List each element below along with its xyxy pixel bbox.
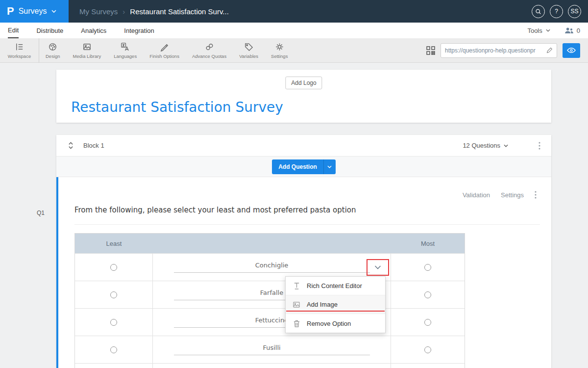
topbar-actions: ? SS xyxy=(532,5,588,18)
option-context-menu: Rich Content Editor Add Image Remove Opt… xyxy=(285,276,386,333)
most-radio[interactable] xyxy=(424,319,431,326)
menu-item-add-image[interactable]: Add Image xyxy=(286,295,385,314)
block-name[interactable]: Block 1 xyxy=(83,142,104,149)
block-header: Block 1 12 Questions xyxy=(56,135,551,157)
table-row: Conchiglie xyxy=(75,253,465,281)
design-icon xyxy=(48,42,57,52)
validation-link[interactable]: Validation xyxy=(463,191,490,199)
toolbar-item-finish-options[interactable]: Finish Options xyxy=(143,38,186,63)
toolbar-right: https://questionpro-help.questionpr xyxy=(426,43,588,58)
question-menu-icon[interactable] xyxy=(535,191,537,199)
breadcrumb: My Surveys › Restaurant Satisfaction Sur… xyxy=(79,7,229,16)
languages-icon xyxy=(121,42,130,52)
image-icon xyxy=(293,302,300,308)
block-header-right: 12 Questions xyxy=(463,141,542,151)
most-radio[interactable] xyxy=(424,291,431,298)
collaborator-count: 0 xyxy=(577,27,580,34)
least-radio[interactable] xyxy=(110,346,117,353)
toolbar-item-advance-quotas[interactable]: Advance Quotas xyxy=(186,38,233,63)
avatar[interactable]: SS xyxy=(568,5,581,18)
add-question-split-button: Add Question xyxy=(272,159,336,174)
tools-menu[interactable]: Tools xyxy=(527,27,542,34)
chevron-down-icon xyxy=(51,10,56,13)
eye-icon xyxy=(567,48,576,53)
breadcrumb-my-surveys[interactable]: My Surveys xyxy=(79,7,118,16)
collaborators-button[interactable]: 0 xyxy=(564,27,580,34)
toolbar-item-design[interactable]: Design xyxy=(39,38,67,63)
menu-item-remove-option[interactable]: Remove Option xyxy=(286,314,385,333)
table-header-row: Least Most xyxy=(75,234,465,253)
tab-integration[interactable]: Integration xyxy=(124,23,154,38)
least-most-table: Least Most Conchiglie xyxy=(74,233,465,368)
question-count-dropdown[interactable]: 12 Questions xyxy=(463,142,508,149)
trash-icon xyxy=(293,320,300,327)
survey-title[interactable]: Restaurant Satisfaction Survey xyxy=(71,99,283,115)
product-name: Surveys xyxy=(19,7,47,16)
table-row: Farfalle xyxy=(75,281,465,308)
qr-code-button[interactable] xyxy=(426,46,435,55)
main-tab-bar: Edit Distribute Analytics Integration To… xyxy=(0,23,588,38)
search-icon xyxy=(535,8,541,15)
collapse-block-icon[interactable] xyxy=(68,142,74,149)
least-column-header: Least xyxy=(75,240,153,247)
most-radio[interactable] xyxy=(424,264,431,271)
menu-item-rich-content-editor[interactable]: Rich Content Editor xyxy=(286,277,385,295)
option-menu-chevron-icon[interactable] xyxy=(374,265,381,269)
breadcrumb-current-survey: Restaurant Satisfaction Surv... xyxy=(130,7,228,16)
table-row-partial xyxy=(75,363,465,368)
variables-icon xyxy=(244,42,253,52)
add-question-dropdown[interactable] xyxy=(323,159,336,174)
question-text[interactable]: From the following, please select your l… xyxy=(74,206,540,225)
help-icon: ? xyxy=(555,8,558,15)
question-settings-link[interactable]: Settings xyxy=(501,191,524,199)
finish-options-icon xyxy=(160,42,169,52)
option-text-field[interactable]: Conchiglie xyxy=(174,262,370,273)
tabbar-right: Tools 0 xyxy=(527,27,580,34)
most-radio[interactable] xyxy=(424,346,431,353)
block-menu-icon[interactable] xyxy=(537,141,542,151)
least-radio[interactable] xyxy=(110,319,117,326)
toolbar-item-workspace[interactable]: Workspace xyxy=(0,38,39,63)
question-id-label: Q1 xyxy=(37,210,45,216)
workspace-icon xyxy=(15,42,24,52)
table-row: Fettuccine xyxy=(75,308,465,336)
survey-toolbar: Workspace Design Media Library Languages… xyxy=(0,38,588,63)
chevron-down-icon xyxy=(504,144,508,147)
product-switcher[interactable]: P Surveys xyxy=(0,0,69,23)
add-question-row: Add Question xyxy=(56,157,551,177)
survey-header-card: Add Logo Restaurant Satisfaction Survey xyxy=(56,70,551,123)
chevron-down-icon[interactable] xyxy=(546,29,550,32)
toolbar-item-media-library[interactable]: Media Library xyxy=(67,38,108,63)
rich-text-icon xyxy=(293,282,300,289)
breadcrumb-separator: › xyxy=(122,7,125,16)
option-text-field[interactable]: Fusilli xyxy=(174,344,370,355)
advance-quotas-icon xyxy=(205,42,214,52)
survey-url-text: https://questionpro-help.questionpr xyxy=(445,47,543,54)
toolbar-item-languages[interactable]: Languages xyxy=(107,38,143,63)
search-button[interactable] xyxy=(532,5,545,18)
preview-button[interactable] xyxy=(563,43,580,58)
pencil-icon[interactable] xyxy=(546,47,553,53)
question-actions: Validation Settings xyxy=(463,191,537,199)
avatar-initials: SS xyxy=(570,8,578,15)
gear-icon xyxy=(275,42,284,52)
media-library-icon xyxy=(82,42,92,52)
question-section: Validation Settings From the following, … xyxy=(56,177,551,368)
questionpro-logo: P xyxy=(7,5,14,18)
survey-url-field[interactable]: https://questionpro-help.questionpr xyxy=(441,43,557,58)
add-logo-button[interactable]: Add Logo xyxy=(285,77,322,89)
toolbar-item-variables[interactable]: Variables xyxy=(233,38,265,63)
least-radio[interactable] xyxy=(110,291,117,298)
most-column-header: Most xyxy=(391,240,465,247)
toolbar-item-settings[interactable]: Settings xyxy=(265,38,294,63)
top-bar: P Surveys My Surveys › Restaurant Satisf… xyxy=(0,0,588,23)
tab-edit[interactable]: Edit xyxy=(8,23,19,38)
collaborators-icon xyxy=(564,27,574,34)
help-button[interactable]: ? xyxy=(550,5,563,18)
table-row: Fusilli xyxy=(75,336,465,363)
least-radio[interactable] xyxy=(110,264,117,271)
add-question-button[interactable]: Add Question xyxy=(272,159,323,174)
tab-distribute[interactable]: Distribute xyxy=(36,23,63,38)
tab-analytics[interactable]: Analytics xyxy=(81,23,106,38)
annotation-underline xyxy=(286,311,385,312)
